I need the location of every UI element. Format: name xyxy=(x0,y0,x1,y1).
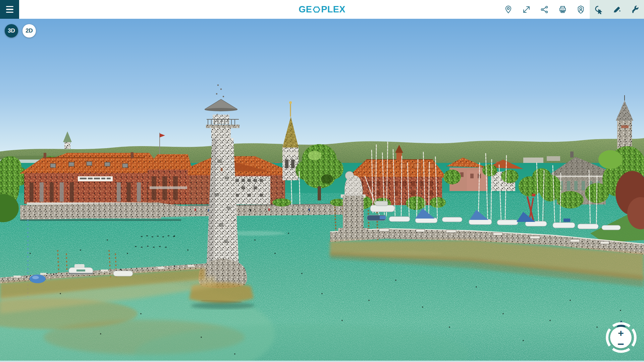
zoom-in-button[interactable]: + xyxy=(610,327,632,338)
view-3d-button[interactable]: 3D xyxy=(5,24,18,38)
view-mode-toggle: 3D 2D xyxy=(5,24,36,38)
print-button[interactable] xyxy=(553,0,572,19)
logo-text-left: GE xyxy=(299,4,312,15)
logo-text-right: PLEX xyxy=(321,4,345,15)
wrench-icon xyxy=(630,5,640,14)
compass-zoom-control: + − xyxy=(603,318,639,354)
settings-tool-button[interactable] xyxy=(626,0,644,19)
logo-hexagon-icon xyxy=(313,6,320,13)
user-badge-icon xyxy=(576,5,585,14)
header-toolbar xyxy=(499,0,644,19)
account-button[interactable] xyxy=(572,0,590,19)
share-button[interactable] xyxy=(535,0,553,19)
zoom-disc: + − xyxy=(610,327,632,348)
share-nodes-icon xyxy=(540,5,549,14)
map-scene-3d[interactable] xyxy=(0,19,644,362)
menu-button[interactable] xyxy=(0,0,19,19)
fullscreen-button[interactable] xyxy=(517,0,535,19)
geoplex-logo: GE PLEX xyxy=(299,0,345,19)
select-tool-button[interactable] xyxy=(590,0,608,19)
location-pin-icon xyxy=(504,5,513,14)
printer-icon xyxy=(558,5,567,14)
zoom-out-button[interactable]: − xyxy=(610,338,632,351)
top-bar: GE PLEX xyxy=(0,0,644,19)
expand-arrows-icon xyxy=(522,5,531,14)
pencil-icon xyxy=(612,5,622,14)
geoplex-app: GE PLEX xyxy=(0,0,644,362)
view-2d-button[interactable]: 2D xyxy=(22,24,36,38)
draw-tool-button[interactable] xyxy=(608,0,626,19)
locate-button[interactable] xyxy=(499,0,517,19)
hamburger-icon xyxy=(6,6,13,7)
cursor-select-icon xyxy=(594,5,603,14)
